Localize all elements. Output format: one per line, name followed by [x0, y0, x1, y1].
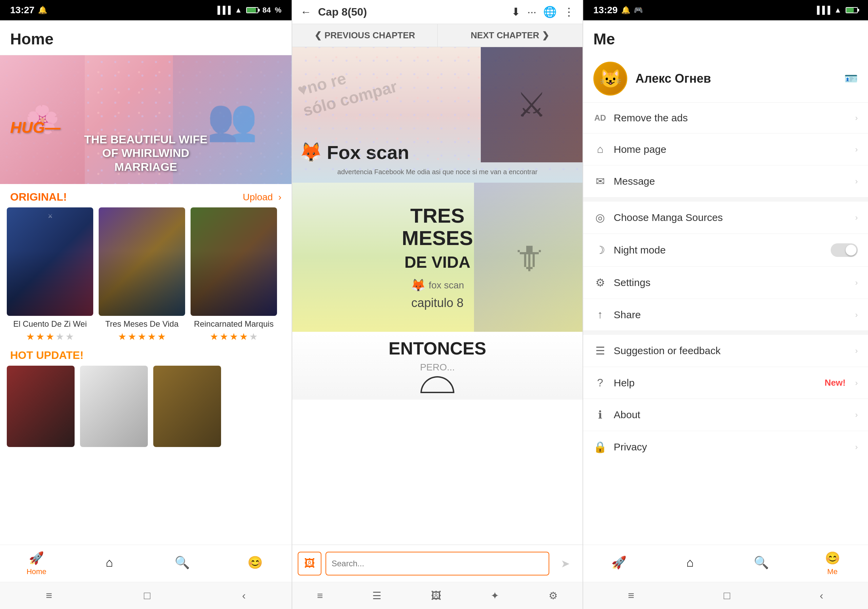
menu-arrow-privacy: › — [855, 442, 858, 452]
reader-sys-settings[interactable]: ⚙ — [545, 586, 561, 605]
nav-search[interactable]: 🔍 — [146, 545, 219, 582]
system-back-btn[interactable]: ‹ — [232, 586, 256, 605]
menu-item-sources[interactable]: ◎ Choose Manga Sources › — [583, 202, 868, 234]
warrior-icon: ⚔ — [516, 85, 547, 125]
more-btn[interactable]: ⋮ — [564, 5, 574, 18]
me-profile: 😺 Алекс Огнев 🪪 — [583, 55, 868, 103]
me-nav-library-tab[interactable]: ⌂ — [654, 545, 725, 582]
menu-item-homepage[interactable]: ⌂ Home page › — [583, 133, 868, 165]
nav-library[interactable]: ⌂ — [73, 545, 146, 582]
menu-item-nightmode[interactable]: ☽ Night mode — [583, 234, 868, 267]
hot-thumb-2[interactable] — [153, 366, 221, 447]
manga-card-1[interactable]: Tres Meses De Vida ★ ★ ★ ★ ★ — [99, 207, 185, 342]
me-nav-me-tab[interactable]: 😊 Me — [797, 545, 868, 582]
me-nav-search-icon: 🔍 — [754, 555, 769, 570]
me-nav-search-tab[interactable]: 🔍 — [725, 545, 797, 582]
home-system-nav: ≡ □ ‹ — [0, 582, 291, 609]
upload-link[interactable]: Upload — [243, 192, 273, 202]
home-status-bar: 13:27 🔔 ▐▐▐ ▲ 84% — [0, 0, 291, 20]
manga-thumb-1 — [99, 207, 185, 316]
me-panel: 13:29 🔔 🎮 ▐▐▐ ▲ Me 😺 Алекс Огнев 🪪 AD Re… — [583, 0, 868, 609]
menu-label-settings: Settings — [614, 277, 848, 288]
manga-page-1: ♥no re sólo compar ⚔ 🦊 Fox scan adverten… — [292, 47, 583, 183]
me-header: Me — [583, 20, 868, 55]
menu-item-about[interactable]: ℹ About › — [583, 399, 868, 431]
star: ★ — [65, 331, 74, 342]
manga-title-1: Tres Meses De Vida — [99, 318, 185, 329]
hot-thumb-1[interactable] — [80, 366, 148, 447]
help-icon: ? — [594, 377, 607, 389]
reader-sys-menu[interactable]: ≡ — [314, 587, 327, 605]
next-arrow-icon: ❯ — [542, 30, 549, 41]
home-bottom-nav: 🚀 Home ⌂ 🔍 😊 — [0, 545, 291, 582]
home-banner[interactable]: 👥 🌸 HUG— THE BEAUTIFUL WIFEOF WHIRLWINDM… — [0, 55, 291, 184]
star: ★ — [249, 331, 258, 342]
manga-card-0[interactable]: ⚔ El Cuento De Zi Wei ★ ★ ★ ★ ★ — [7, 207, 93, 342]
menu-item-share[interactable]: ↑ Share › — [583, 299, 868, 331]
menu-label-about: About — [614, 409, 848, 420]
manga-title-2: Reincarnated Marquis — [191, 318, 277, 329]
menu-item-message[interactable]: ✉ Message › — [583, 165, 868, 198]
next-chapter-label: NEXT CHAPTER — [471, 30, 539, 41]
me-sys-back[interactable]: ‹ — [809, 586, 834, 605]
reader-sys-chapters[interactable]: ☰ — [369, 586, 385, 605]
edit-profile-btn[interactable]: 🪪 — [844, 72, 858, 85]
me-username: Алекс Огнев — [636, 71, 836, 86]
send-btn[interactable]: ➤ — [553, 552, 577, 575]
status-icons: ▐▐▐ ▲ 84% — [215, 6, 281, 15]
original-arrow[interactable]: › — [278, 192, 281, 202]
menu-item-settings[interactable]: ⚙ Settings › — [583, 267, 868, 299]
status-time-area: 13:27 🔔 — [10, 5, 47, 15]
me-battery-icon — [846, 6, 858, 15]
reader-comment-input[interactable] — [326, 552, 549, 575]
me-sys-recents[interactable]: □ — [713, 586, 740, 605]
star: ★ — [26, 331, 34, 342]
privacy-icon: 🔒 — [594, 441, 607, 453]
ad-icon: AD — [594, 113, 607, 123]
home-panel: 13:27 🔔 ▐▐▐ ▲ 84% Home 👥 🌸 HUG— THE BEAU… — [0, 0, 291, 609]
manga-thumb-0: ⚔ — [7, 207, 93, 316]
entonces-text: ENTONCES — [389, 338, 486, 359]
menu-arrow-about: › — [855, 410, 858, 420]
comment-btn[interactable]: ··· — [527, 6, 536, 18]
menu-item-feedback[interactable]: ☰ Suggestion or feedback › — [583, 335, 868, 367]
menu-item-ads[interactable]: AD Remove the ads › — [583, 103, 868, 133]
send-icon: ➤ — [561, 557, 570, 570]
me-nav-icon: 😊 — [248, 555, 263, 570]
share-icon: ↑ — [594, 308, 607, 321]
system-recents-btn[interactable]: □ — [133, 586, 160, 605]
thumb-overlay — [7, 251, 93, 316]
user-avatar[interactable]: 😺 — [594, 62, 627, 96]
reader-back-btn[interactable]: ← — [301, 6, 311, 18]
gallery-btn[interactable]: 🖼 — [298, 552, 321, 575]
me-nav-library-icon: ⌂ — [686, 555, 694, 570]
hot-thumb-0[interactable] — [7, 366, 74, 447]
manga-card-2[interactable]: Reincarnated Marquis ★ ★ ★ ★ ★ — [191, 207, 277, 342]
prev-chapter-btn[interactable]: ❮ PREVIOUS CHAPTER — [292, 24, 437, 47]
menu-arrow-feedback: › — [855, 346, 858, 356]
menu-label-message: Message — [614, 176, 848, 187]
menu-item-privacy[interactable]: 🔒 Privacy › — [583, 431, 868, 463]
reader-sys-brightness[interactable]: ✦ — [487, 586, 502, 605]
menu-label-ads: Remove the ads — [614, 112, 848, 124]
nav-home[interactable]: 🚀 Home — [0, 545, 73, 582]
system-menu-btn[interactable]: ≡ — [36, 586, 62, 605]
reader-header: ← Cap 8(50) ⬇ ··· 🌐 ⋮ — [292, 0, 583, 24]
star: ★ — [147, 331, 156, 342]
original-section-header: ORIGINAL! Upload › — [0, 184, 291, 207]
me-nav-home-tab[interactable]: 🚀 — [583, 545, 654, 582]
thumb-overlay — [191, 251, 277, 316]
reader-sys-gallery[interactable]: 🖼 — [428, 587, 445, 605]
download-btn[interactable]: ⬇ — [511, 5, 521, 18]
me-sys-menu[interactable]: ≡ — [618, 586, 645, 605]
reader-system-bar: ≡ ☰ 🖼 ✦ ⚙ — [292, 582, 583, 609]
help-new-badge: New! — [825, 377, 846, 388]
reader-content[interactable]: ♥no re sólo compar ⚔ 🦊 Fox scan adverten… — [292, 47, 583, 545]
translate-btn[interactable]: 🌐 — [543, 5, 557, 18]
nav-me[interactable]: 😊 — [219, 545, 291, 582]
night-mode-toggle[interactable] — [831, 243, 858, 257]
page1-character: ⚔ — [481, 47, 583, 162]
next-chapter-btn[interactable]: NEXT CHAPTER ❯ — [438, 24, 583, 47]
manga-stars-1: ★ ★ ★ ★ ★ — [99, 331, 185, 342]
menu-item-help[interactable]: ? Help New! › — [583, 367, 868, 399]
